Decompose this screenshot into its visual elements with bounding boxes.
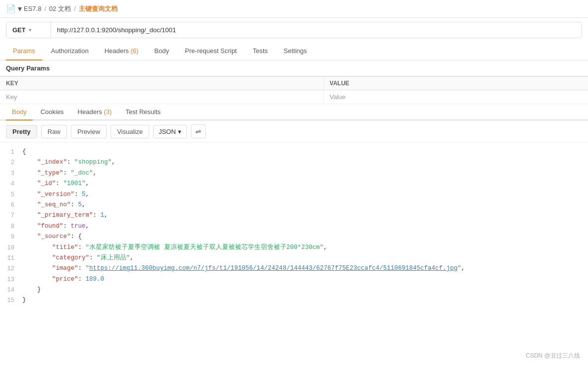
code-line-3: 3 "_type": "_doc", <box>0 168 588 179</box>
wrap-icon[interactable]: ⇌ <box>191 124 206 138</box>
code-line-2: 2 "_index": "shopping", <box>0 157 588 168</box>
top-bar: 📄 ▾ ES7.8 / 02 文档 / 主键查询文档 <box>0 0 588 18</box>
format-preview[interactable]: Preview <box>71 125 107 138</box>
code-line-11: 11 "category": "床上用品", <box>0 253 588 263</box>
dropdown-icon[interactable]: ▾ <box>18 4 22 13</box>
code-line-15: 15 } <box>0 295 588 305</box>
code-line-6: 6 "_seq_no": 5, <box>0 200 588 210</box>
method-select[interactable]: GET ▾ <box>6 22 51 38</box>
params-table: KEY VALUE Key Value <box>0 76 588 104</box>
col-value: VALUE <box>323 77 588 90</box>
format-visualize[interactable]: Visualize <box>111 125 149 138</box>
code-line-1: 1 { <box>0 147 588 157</box>
format-pretty[interactable]: Pretty <box>6 125 37 138</box>
tab-tests[interactable]: Tests <box>246 42 275 61</box>
response-format-bar: Pretty Raw Preview Visualize JSON ▾ ⇌ <box>0 121 588 143</box>
code-line-10: 10 "title": "水星家纺被子夏季空调被 夏凉被夏天被子双人夏被被芯学生… <box>0 243 588 253</box>
breadcrumb-sep1: / <box>44 5 46 12</box>
response-tab-test-results[interactable]: Test Results <box>119 104 167 121</box>
code-line-7: 7 "_primary_term": 1, <box>0 210 588 221</box>
code-line-5: 5 "_version": 5, <box>0 189 588 200</box>
url-bar: GET ▾ <box>6 22 582 38</box>
response-tab-body[interactable]: Body <box>6 104 33 121</box>
chevron-down-icon: ▾ <box>178 128 181 135</box>
tab-body[interactable]: Body <box>147 42 176 61</box>
json-response: 1 { 2 "_index": "shopping", 3 "_type": "… <box>0 143 588 310</box>
key-placeholder[interactable]: Key <box>0 90 323 104</box>
code-line-4: 4 "_id": "1001", <box>0 179 588 189</box>
code-line-9: 9 "_source": { <box>0 232 588 242</box>
method-label: GET <box>12 26 26 34</box>
code-line-13: 13 "price": 189.0 <box>0 274 588 285</box>
breadcrumb: ES7.8 / 02 文档 / 主键查询文档 <box>24 4 118 13</box>
tab-settings[interactable]: Settings <box>277 42 314 61</box>
format-raw[interactable]: Raw <box>41 125 67 138</box>
breadcrumb-part1: ES7.8 <box>24 5 41 12</box>
tab-params[interactable]: Params <box>6 42 42 61</box>
tab-pre-request[interactable]: Pre-request Script <box>178 42 244 61</box>
breadcrumb-sep2: / <box>74 5 76 12</box>
query-params-section: Query Params <box>0 61 588 76</box>
code-line-8: 8 "found": true, <box>0 221 588 232</box>
url-input[interactable] <box>51 22 582 38</box>
col-key: KEY <box>0 77 323 90</box>
response-tab-cookies[interactable]: Cookies <box>35 104 70 121</box>
value-placeholder[interactable]: Value <box>323 90 588 104</box>
table-row: Key Value <box>0 90 588 104</box>
tab-authorization[interactable]: Authorization <box>44 42 96 61</box>
code-line-12: 12 "image": "https://img11.360buyimg.com… <box>0 263 588 274</box>
query-params-label: Query Params <box>6 64 50 72</box>
json-format-select[interactable]: JSON ▾ <box>153 125 187 138</box>
chevron-down-icon: ▾ <box>29 27 31 33</box>
breadcrumb-current: 主键查询文档 <box>79 4 118 13</box>
file-icon: 📄 <box>6 4 16 13</box>
request-tabs: Params Authorization Headers (6) Body Pr… <box>0 42 588 61</box>
code-line-14: 14 } <box>0 285 588 295</box>
tab-headers[interactable]: Headers (6) <box>98 42 146 61</box>
json-label: JSON <box>159 128 176 135</box>
response-tabs: Body Cookies Headers (3) Test Results <box>0 104 588 121</box>
breadcrumb-part2: 02 文档 <box>49 4 71 13</box>
response-tab-headers[interactable]: Headers (3) <box>72 104 118 121</box>
